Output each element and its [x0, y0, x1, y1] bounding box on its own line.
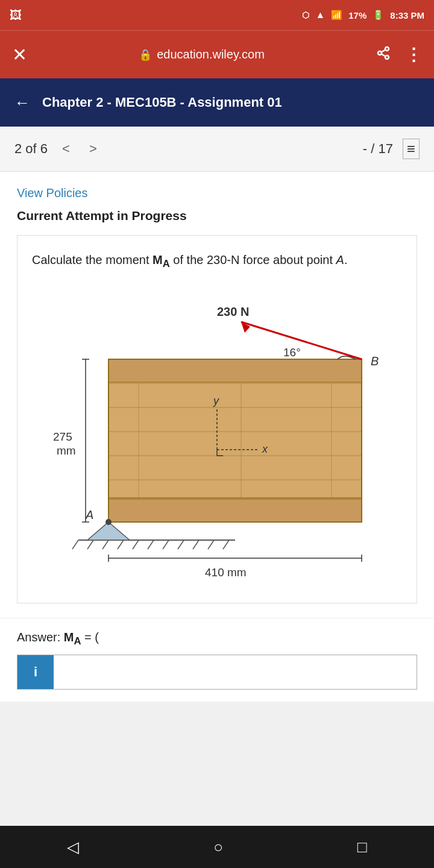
- wifi-icon: ▲: [315, 10, 325, 20]
- more-options-icon[interactable]: ⋮: [405, 45, 422, 64]
- page-reference: - / 17: [363, 141, 393, 157]
- battery-percentage: 17%: [348, 10, 366, 20]
- home-nav-button[interactable]: ○: [213, 838, 223, 857]
- back-nav-button[interactable]: ◁: [67, 838, 79, 857]
- svg-text:A: A: [85, 508, 93, 521]
- question-A-sub: A: [163, 258, 170, 269]
- prev-page-button[interactable]: <: [57, 139, 75, 159]
- nav-right: - / 17 ≡: [363, 139, 420, 159]
- back-button[interactable]: ←: [14, 93, 30, 112]
- svg-rect-12: [108, 359, 362, 382]
- answer-M: MA: [64, 631, 81, 644]
- diagram-container: y x 230 N 16° B: [32, 287, 402, 588]
- svg-line-29: [102, 540, 108, 549]
- next-page-button[interactable]: >: [84, 139, 102, 159]
- svg-line-32: [148, 540, 154, 549]
- answer-equals: = (: [81, 631, 99, 644]
- list-view-icon[interactable]: ≡: [403, 139, 420, 159]
- share-icon[interactable]: [376, 46, 391, 64]
- page-counter: 2 of 6: [14, 141, 48, 157]
- svg-text:410 mm: 410 mm: [205, 566, 247, 579]
- navigation-row: 2 of 6 < > - / 17 ≡: [0, 127, 434, 172]
- answer-label: Answer: MA = (: [17, 631, 417, 647]
- question-text-part1: Calculate the moment: [32, 253, 153, 266]
- question-point: A: [336, 253, 344, 266]
- status-bar-left: 🖼: [10, 8, 22, 22]
- svg-line-37: [223, 540, 229, 549]
- content-area: View Policies Current Attempt in Progres…: [0, 172, 434, 618]
- svg-line-21: [241, 322, 362, 359]
- view-policies-link[interactable]: View Policies: [17, 186, 417, 200]
- close-tab-button[interactable]: ✕: [12, 44, 27, 65]
- question-text-part2: of the 230-N force about point: [170, 253, 336, 266]
- problem-diagram: y x 230 N 16° B: [42, 287, 392, 588]
- svg-text:x: x: [262, 443, 268, 455]
- svg-line-33: [163, 540, 169, 549]
- chapter-title: Chapter 2 - MEC105B - Assignment 01: [42, 95, 282, 110]
- svg-line-30: [118, 540, 124, 549]
- answer-prefix: Answer:: [17, 631, 64, 644]
- main-content: 2 of 6 < > - / 17 ≡ View Policies Curren…: [0, 127, 434, 702]
- status-bar-right: ⬡ ▲ 📶 17% 🔋 8:33 PM: [302, 10, 424, 20]
- svg-line-34: [178, 540, 184, 549]
- svg-line-3: [382, 54, 386, 56]
- svg-line-36: [208, 540, 214, 549]
- nav-left: 2 of 6 < >: [14, 139, 102, 159]
- svg-text:275: 275: [53, 430, 72, 443]
- current-attempt-label: Current Attempt in Progress: [17, 209, 417, 223]
- status-bar: 🖼 ⬡ ▲ 📶 17% 🔋 8:33 PM: [0, 0, 434, 30]
- svg-line-28: [87, 540, 93, 549]
- browser-bar: ✕ 🔒 education.wiley.com ⋮: [0, 30, 434, 78]
- svg-line-35: [193, 540, 199, 549]
- browser-bar-right: ⋮: [376, 45, 422, 64]
- url-text: education.wiley.com: [157, 48, 265, 61]
- question-box: Calculate the moment MA of the 230-N for…: [17, 235, 417, 603]
- question-text: Calculate the moment MA of the 230-N for…: [32, 250, 402, 272]
- info-button[interactable]: i: [17, 655, 54, 689]
- svg-line-27: [72, 540, 78, 549]
- recents-nav-button[interactable]: □: [357, 838, 367, 857]
- signal-icon: 📶: [331, 10, 342, 20]
- svg-text:mm: mm: [57, 444, 76, 457]
- answer-input-field[interactable]: [54, 655, 417, 689]
- svg-text:B: B: [371, 354, 379, 368]
- info-icon: i: [34, 664, 37, 680]
- svg-line-4: [382, 49, 386, 52]
- browser-bar-left[interactable]: ✕: [12, 44, 27, 65]
- address-bar[interactable]: 🔒 education.wiley.com: [139, 48, 265, 61]
- answer-input-row[interactable]: i: [17, 655, 417, 690]
- svg-rect-13: [108, 499, 362, 522]
- svg-text:230 N: 230 N: [217, 305, 249, 318]
- svg-text:16°: 16°: [283, 346, 301, 359]
- question-MA: MA: [153, 253, 170, 266]
- battery-icon: 🔋: [373, 10, 384, 20]
- data-icon: ⬡: [302, 10, 309, 20]
- chapter-header: ← Chapter 2 - MEC105B - Assignment 01: [0, 78, 434, 127]
- lock-icon: 🔒: [139, 48, 152, 61]
- photo-icon: 🖼: [10, 8, 22, 22]
- time-display: 8:33 PM: [390, 10, 424, 20]
- svg-point-39: [105, 519, 112, 525]
- bottom-navigation: ◁ ○ □: [0, 826, 434, 868]
- svg-text:y: y: [212, 395, 219, 407]
- svg-line-31: [133, 540, 139, 549]
- answer-A-subscript: A: [74, 635, 81, 647]
- answer-section: Answer: MA = ( i: [0, 618, 434, 702]
